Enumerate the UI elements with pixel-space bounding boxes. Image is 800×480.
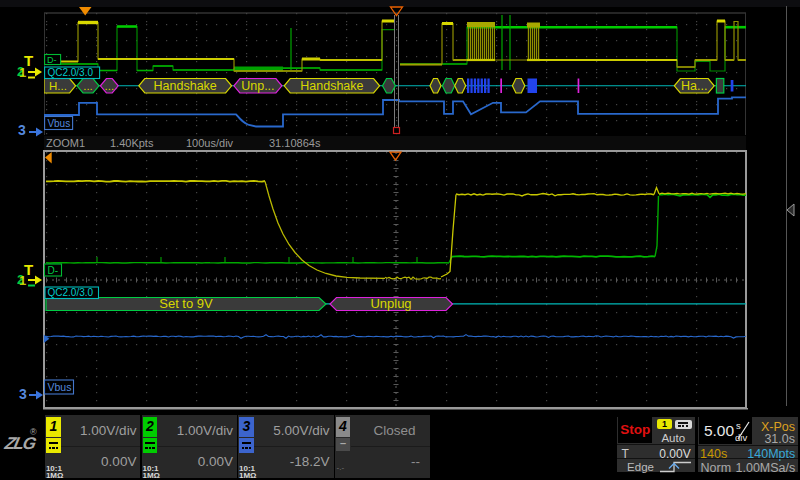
svg-text:Handshake: Handshake: [154, 79, 217, 93]
svg-text:div: div: [735, 432, 747, 443]
svg-text:s: s: [736, 420, 741, 431]
svg-text:Vbus: Vbus: [48, 381, 72, 393]
svg-text:Ha...: Ha...: [681, 79, 707, 93]
svg-text:...: ...: [105, 80, 115, 92]
svg-text:QC2.0/3.0: QC2.0/3.0: [47, 67, 93, 78]
svg-text:QC2.0/3.0: QC2.0/3.0: [48, 287, 94, 298]
svg-text:D-: D-: [48, 265, 59, 276]
svg-text:D-: D-: [47, 55, 57, 65]
svg-text:Set to 9V: Set to 9V: [159, 296, 213, 311]
svg-text:H...: H...: [49, 80, 67, 92]
svg-text:Vbus: Vbus: [47, 118, 70, 129]
svg-text:Unp...: Unp...: [241, 79, 274, 93]
svg-text:Handshake: Handshake: [300, 79, 363, 93]
svg-text:Unplug: Unplug: [370, 296, 411, 311]
svg-text:...: ...: [83, 80, 93, 92]
